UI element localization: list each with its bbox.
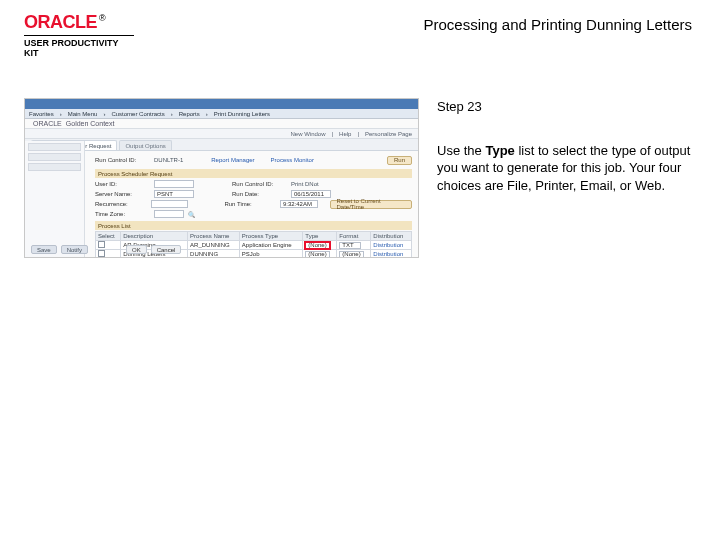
run-date-label: Run Date:	[232, 191, 287, 197]
menu-item[interactable]: Customer Contracts	[111, 111, 164, 117]
type-select[interactable]: (None)	[305, 242, 329, 249]
run-control-label: Run Control ID:	[95, 157, 150, 163]
app-window: Favorites › Main Menu › Customer Contrac…	[24, 98, 419, 258]
user-id-input[interactable]	[154, 180, 194, 188]
cancel-button[interactable]: Cancel	[151, 245, 182, 254]
run-control-value2: Print DNot	[291, 181, 319, 187]
brand-text: ORACLE	[33, 120, 62, 127]
menu-item[interactable]: Reports	[179, 111, 200, 117]
format-select[interactable]: TXT	[339, 242, 361, 249]
timezone-label: Time Zone:	[95, 211, 150, 217]
run-date-input[interactable]: 06/15/2011	[291, 190, 331, 198]
window-titlebar	[25, 99, 418, 109]
menu-item[interactable]: Print Dunning Letters	[214, 111, 270, 117]
col-select: Select	[96, 232, 121, 241]
run-control-value: DUNLTR-1	[154, 157, 183, 163]
run-control-label2: Run Control ID:	[232, 181, 287, 187]
step-number: Step 23	[437, 98, 696, 116]
app-brand-bar: ORACLE Golden Context	[25, 119, 418, 129]
instruction-panel: Step 23 Use the Type list to select the …	[437, 98, 696, 258]
lookup-icon[interactable]: 🔍	[188, 211, 195, 218]
oracle-logo: ORACLE®	[24, 12, 154, 33]
save-button[interactable]: Save	[31, 245, 57, 254]
tab-output-options[interactable]: Output Options	[119, 140, 171, 150]
logo-subtitle: USER PRODUCTIVITY KIT	[24, 35, 134, 58]
user-id-label: User ID:	[95, 181, 150, 187]
col-type: Type	[303, 232, 337, 241]
notify-button[interactable]: Notify	[61, 245, 88, 254]
brand-sub: Golden Context	[66, 120, 115, 127]
col-distribution: Distribution	[371, 232, 412, 241]
run-button[interactable]: Run	[387, 156, 412, 165]
util-link[interactable]: New Window	[290, 131, 325, 137]
app-menubar: Favorites › Main Menu › Customer Contrac…	[25, 109, 418, 119]
embedded-screenshot: Favorites › Main Menu › Customer Contrac…	[24, 98, 419, 258]
instr-prefix: Use the	[437, 143, 485, 158]
cell-distribution[interactable]: Distribution	[371, 250, 412, 259]
col-format: Format	[337, 232, 371, 241]
logo-block: ORACLE® USER PRODUCTIVITY KIT	[24, 12, 154, 58]
col-description: Description	[121, 232, 188, 241]
run-time-input[interactable]: 9:32:42AM	[280, 200, 318, 208]
instr-bold: Type	[485, 143, 514, 158]
instruction-text: Use the Type list to select the type of …	[437, 142, 696, 195]
logo-tm: ®	[99, 13, 105, 23]
recurrence-label: Recurrence:	[95, 201, 147, 207]
table-header-row: Select Description Process Name Process …	[96, 232, 412, 241]
app-body: Run Control ID: DUNLTR-1 Report Manager …	[25, 151, 418, 258]
cell-distribution[interactable]: Distribution	[371, 241, 412, 250]
cell-process-name: AR_DUNNING	[188, 241, 240, 250]
timezone-input[interactable]	[154, 210, 184, 218]
process-list-section: Process List	[95, 221, 412, 230]
dialog-title: Process Scheduler Request	[95, 169, 412, 178]
format-select[interactable]: (None)	[339, 251, 363, 258]
cell-process-type: PSJob	[239, 250, 302, 259]
reset-datetime-button[interactable]: Reset to Current Date/Time	[330, 200, 412, 209]
type-select[interactable]: (None)	[305, 251, 329, 258]
recurrence-input[interactable]	[151, 200, 189, 208]
cell-process-name: DUNNING	[188, 250, 240, 259]
process-monitor-link[interactable]: Process Monitor	[271, 157, 314, 163]
col-process-name: Process Name	[188, 232, 240, 241]
server-name-input[interactable]: PSNT	[154, 190, 194, 198]
util-link[interactable]: Personalize Page	[365, 131, 412, 137]
cell-process-type: Application Engine	[239, 241, 302, 250]
ok-button[interactable]: OK	[126, 245, 147, 254]
page-title: Processing and Printing Dunning Letters	[154, 12, 696, 33]
app-utility-links: New Window | Help | Personalize Page	[25, 129, 418, 139]
server-name-label: Server Name:	[95, 191, 150, 197]
logo-text: ORACLE	[24, 12, 97, 32]
page-header: ORACLE® USER PRODUCTIVITY KIT Processing…	[24, 12, 696, 58]
app-footer: Save Notify OK Cancel	[31, 245, 181, 254]
menu-item[interactable]: Favorites	[29, 111, 54, 117]
report-manager-link[interactable]: Report Manager	[211, 157, 254, 163]
run-time-label: Run Time:	[224, 201, 276, 207]
menu-item[interactable]: Main Menu	[68, 111, 98, 117]
col-process-type: Process Type	[239, 232, 302, 241]
util-link[interactable]: Help	[339, 131, 351, 137]
